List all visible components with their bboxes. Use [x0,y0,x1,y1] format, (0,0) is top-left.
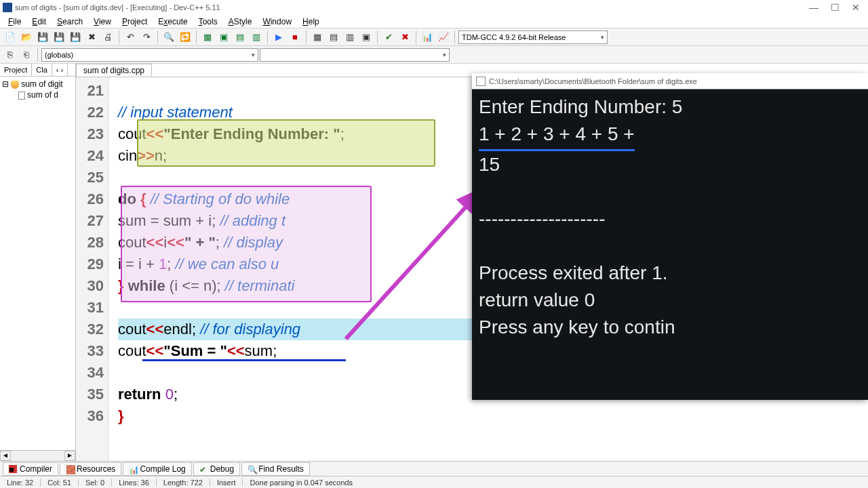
replace-icon[interactable]: 🔁 [178,30,193,45]
compile-icon[interactable]: ▦ [200,30,215,45]
console-icon [476,77,486,86]
debug-icon: ✔ [199,465,208,473]
console-output: Enter Ending Number: 5 1 + 2 + 3 + 4 + 5… [472,89,868,345]
side-panel: Project Cla ‹ › ⊟ sum of digit sum of d … [0,64,76,461]
menu-search[interactable]: Search [52,16,88,28]
tab-debug[interactable]: ✔Debug [193,462,240,476]
menu-astyle[interactable]: AStyle [223,16,258,28]
side-scrollbar[interactable]: ◄ ► [0,450,75,461]
status-sel: Sel: 0 [79,479,112,487]
run-icon[interactable]: ▣ [216,30,231,45]
underline-sum [142,359,346,361]
status-line: Line: 32 [0,479,41,487]
redo-icon[interactable]: ↷ [139,30,154,45]
cancel-icon[interactable]: ✖ [397,30,412,45]
scroll-left-icon[interactable]: ◄ [0,451,11,461]
goto-func-icon[interactable]: ⎘ [3,47,18,62]
maximize-button[interactable]: ☐ [831,2,840,13]
save-icon[interactable]: 💾 [35,30,50,45]
minimize-button[interactable]: — [809,2,818,13]
console-title: C:\Users\smarty\Documents\Bluetooth Fold… [489,77,697,85]
menu-window[interactable]: Window [257,16,297,28]
window-titlebar: sum of digits - [sum of digits.dev] - [E… [0,0,868,15]
menu-view[interactable]: View [88,16,117,28]
tree-file[interactable]: sum of d [2,89,73,100]
status-col: Col: 51 [41,479,79,487]
console-titlebar[interactable]: C:\Users\smarty\Documents\Bluetooth Fold… [472,73,868,89]
compile-run-icon[interactable]: ▤ [233,30,248,45]
menu-execute[interactable]: Execute [153,16,193,28]
line-gutter: 21222324252627282930313233343536 [76,77,108,461]
side-tab-project[interactable]: Project [0,64,32,76]
status-parse: Done parsing in 0.047 seconds [243,479,359,487]
menu-edit[interactable]: Edit [26,16,52,28]
highlight-dowhile-box [121,186,372,302]
save-all-icon[interactable]: 💾 [52,30,66,45]
file-tab-active[interactable]: sum of digits.cpp [76,64,152,77]
find-icon[interactable]: 🔍 [161,30,176,45]
close-button[interactable]: ✕ [852,2,860,13]
menu-project[interactable]: Project [117,16,153,28]
check-icon[interactable]: ✔ [381,30,396,45]
window-cascade-icon[interactable]: ▥ [342,30,357,45]
open-icon[interactable]: 📂 [19,30,34,45]
chart-icon[interactable]: 📈 [436,30,451,45]
log-icon: 📊 [129,465,137,473]
menu-tools[interactable]: Tools [193,16,223,28]
tree-root[interactable]: ⊟ sum of digit [2,79,73,89]
side-tab-classes[interactable]: Cla [32,64,52,76]
status-mode: Insert [210,479,243,487]
menu-help[interactable]: Help [297,16,325,28]
project-icon [11,81,19,89]
resources-icon: 🧱 [66,465,74,473]
undo-icon[interactable]: ↶ [123,30,138,45]
toolbar-main: 📄 📂 💾 💾 💾 ✖ 🖨 ↶ ↷ 🔍 🔁 ▦ ▣ ▤ ▥ ▶ ■ ▦ ▤ ▥ … [0,28,868,46]
find-results-icon: 🔍 [248,465,256,473]
scroll-right-icon[interactable]: ► [64,451,75,461]
bottom-tabs: ■Compiler 🧱Resources 📊Compile Log ✔Debug… [0,461,868,476]
goto-decl-icon[interactable]: ⎗ [19,47,34,62]
window-title: sum of digits - [sum of digits.dev] - [E… [15,3,220,12]
debug-start-icon[interactable]: ▶ [271,30,286,45]
console-window[interactable]: C:\Users\smarty\Documents\Bluetooth Fold… [472,73,868,400]
close-file-icon[interactable]: ✖ [84,30,99,45]
tab-resources[interactable]: 🧱Resources [60,462,121,476]
compiler-icon: ■ [9,465,17,473]
line-36: } [118,405,868,427]
project-tree[interactable]: ⊟ sum of digit sum of d [0,77,75,450]
menu-file[interactable]: File [3,16,26,28]
compiler-combo[interactable]: TDM-GCC 4.9.2 64-bit Release [458,30,608,44]
tab-find-results[interactable]: 🔍Find Results [241,462,310,476]
toolbar-class: ⎘ ⎗ (globals) [0,46,868,64]
rebuild-icon[interactable]: ▥ [249,30,264,45]
window-grid-icon[interactable]: ▦ [310,30,325,45]
app-icon [3,3,12,12]
file-icon [18,92,25,100]
menu-bar: File Edit Search View Project Execute To… [0,15,868,28]
save-as-icon[interactable]: 💾 [68,30,83,45]
window-controls: — ☐ ✕ [809,2,865,13]
window-full-icon[interactable]: ▣ [359,30,374,45]
status-length: Length: 722 [157,479,210,487]
members-combo[interactable] [260,48,450,62]
profile-icon[interactable]: 📊 [420,30,435,45]
debug-stop-icon[interactable]: ■ [288,30,302,45]
highlight-input-box [137,119,435,167]
new-file-icon[interactable]: 📄 [3,30,18,45]
tab-compile-log[interactable]: 📊Compile Log [123,462,191,476]
tab-compiler[interactable]: ■Compiler [3,462,58,476]
status-lines: Lines: 36 [112,479,157,487]
side-tabs: Project Cla ‹ › [0,64,75,77]
globals-combo[interactable]: (globals) [41,48,258,62]
status-bar: Line: 32 Col: 51 Sel: 0 Lines: 36 Length… [0,476,868,488]
print-icon[interactable]: 🖨 [100,30,115,45]
window-tile-icon[interactable]: ▤ [326,30,341,45]
side-tab-more[interactable]: ‹ › [52,64,68,76]
